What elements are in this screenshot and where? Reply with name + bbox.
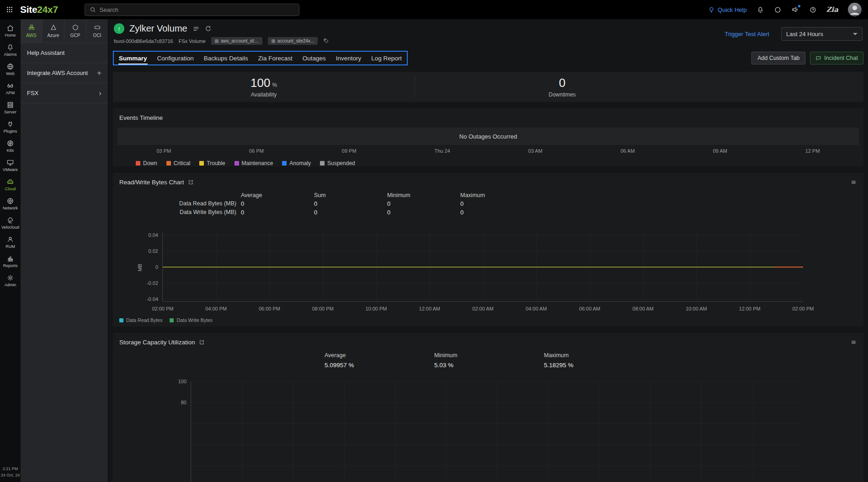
rw-chart-legend: Data Read Bytes Data Write Bytes (119, 317, 863, 327)
tab-log-report[interactable]: Log Report (366, 52, 407, 64)
left-nav-item-velocloud[interactable]: Velocloud (0, 213, 21, 232)
expand-chart-icon[interactable] (188, 179, 194, 185)
x-tick: 10:00 PM (365, 306, 387, 311)
storage-chart-plot[interactable]: 100 80 (191, 381, 803, 482)
legend-swatch (282, 161, 287, 166)
x-tick: 12:00 AM (419, 306, 440, 311)
legend-item-anomaly[interactable]: Anomaly (282, 160, 311, 166)
rw-chart-plot[interactable]: MB 0.04 0.02 0 -0.02 -0.04 02:00 PM 04:0… (162, 232, 803, 302)
rw-table-header: Minimum (383, 192, 456, 198)
legend-item-maintenance[interactable]: Maintenance (234, 160, 273, 166)
site24x7-logo[interactable]: Site24x7 (20, 4, 58, 15)
tag-chip[interactable]: aws_account_id:... (211, 37, 262, 45)
left-nav-item-plugins[interactable]: Plugins (0, 117, 21, 136)
chart-options-icon[interactable] (850, 179, 857, 186)
monitor-list-icon[interactable] (192, 25, 200, 32)
refresh-icon[interactable] (205, 25, 212, 32)
chevron-down-icon (853, 33, 857, 35)
rw-table-header: Sum (309, 192, 383, 198)
left-nav-item-vmware[interactable]: VMware (0, 155, 21, 175)
user-avatar[interactable] (848, 3, 862, 16)
menu-item-integrate-aws-account[interactable]: Integrate AWS Account + (21, 63, 108, 83)
legend-label: Anomaly (289, 160, 311, 166)
apps-grid-icon[interactable] (0, 0, 19, 19)
provider-tab-azure[interactable]: Azure (43, 19, 64, 43)
top-bar: Site24x7 Quick Help Zia (0, 0, 868, 19)
provider-label: Azure (47, 33, 59, 38)
cloud-sidebar: AWS Azure GCP OCI Help Assistant Integra… (21, 19, 108, 482)
left-nav-item-alarms[interactable]: Alarms (0, 40, 21, 59)
x-tick: 04:00 PM (205, 306, 227, 311)
menu-item-fsx[interactable]: FSX › (21, 83, 108, 103)
expand-chart-icon[interactable] (199, 339, 205, 345)
left-nav-item-k8s[interactable]: K8s (0, 136, 21, 155)
trigger-test-alert-link[interactable]: Trigger Test Alert (724, 31, 769, 37)
left-nav-item-web[interactable]: Web (0, 59, 21, 79)
monitor-title: Zylker Volume (129, 23, 187, 34)
provider-label: AWS (26, 33, 36, 38)
menu-item-help-assistant[interactable]: Help Assistant (21, 43, 108, 63)
tag-chip[interactable]: account_site24x... (268, 37, 318, 45)
time-range-dropdown[interactable]: Last 24 Hours (781, 27, 863, 41)
legend-item-critical[interactable]: Critical (166, 160, 191, 166)
menu-item-label: FSX (27, 90, 38, 96)
tab-outages[interactable]: Outages (298, 52, 331, 64)
left-nav-label: Web (6, 72, 14, 76)
timeline-tick: 03 PM (156, 148, 171, 154)
velocloud-icon (6, 216, 14, 224)
add-custom-tab-button[interactable]: Add Custom Tab (751, 52, 805, 64)
legend-swatch (119, 318, 123, 322)
tab-summary[interactable]: Summary (114, 52, 152, 64)
left-nav-item-rum[interactable]: RUM (0, 232, 21, 252)
left-nav-item-server[interactable]: Server (0, 98, 21, 117)
summary-stats-card: 100% Availability 0 Downtimes (113, 72, 863, 102)
left-nav-item-reports[interactable]: Reports (0, 252, 21, 271)
tab-backups-details[interactable]: Backups Details (199, 52, 253, 64)
global-search[interactable] (85, 4, 299, 16)
left-nav-item-cloud[interactable]: Cloud (0, 175, 21, 194)
y-tick: 80 (181, 400, 186, 405)
announcements-megaphone-icon[interactable] (791, 5, 799, 14)
availability-label: Availability (251, 91, 277, 98)
notifications-bell-icon[interactable] (756, 6, 764, 14)
rw-stats-table: Average Sum Minimum Maximum Data Read By… (113, 192, 863, 216)
x-tick: 02:00 PM (792, 306, 814, 311)
legend-item-data-read-bytes[interactable]: Data Read Bytes (119, 317, 162, 323)
left-nav-item-apm[interactable]: APM (0, 79, 21, 98)
user-icon (6, 236, 14, 243)
incident-chat-button[interactable]: Incident Chat (810, 52, 863, 64)
events-timeline-band: No Outages Occurred (117, 128, 859, 145)
plus-icon[interactable]: + (97, 69, 101, 77)
provider-tab-aws[interactable]: AWS (21, 19, 43, 43)
tab-inventory[interactable]: Inventory (331, 52, 367, 64)
chart-options-icon[interactable] (850, 339, 857, 346)
status-ring-icon[interactable] (774, 6, 782, 14)
help-icon[interactable] (809, 6, 817, 14)
left-nav-item-home[interactable]: Home (0, 21, 21, 40)
storage-stat-value: 5.18295 % (544, 362, 654, 369)
tags-icon[interactable] (323, 38, 329, 44)
zia-icon[interactable]: Zia (826, 5, 838, 14)
legend-swatch (320, 161, 325, 166)
provider-tab-gcp[interactable]: GCP (64, 19, 86, 43)
tab-configuration[interactable]: Configuration (152, 52, 199, 64)
y-tick: -0.02 (147, 280, 158, 286)
read-write-bytes-card: Read/Write Bytes Chart Average Sum Minim… (113, 173, 863, 327)
left-nav-label: Server (4, 110, 16, 114)
legend-item-trouble[interactable]: Trouble (199, 160, 225, 166)
x-tick: 06:00 AM (579, 306, 600, 311)
tag-label: aws_account_id:... (221, 38, 259, 43)
search-input[interactable] (100, 6, 294, 13)
quick-help-button[interactable]: Quick Help (708, 6, 747, 13)
legend-item-suspended[interactable]: Suspended (320, 160, 355, 166)
legend-item-down[interactable]: Down (136, 160, 157, 166)
tag-type-icon (272, 39, 275, 43)
legend-item-data-write-bytes[interactable]: Data Write Bytes (170, 317, 213, 323)
provider-tab-oci[interactable]: OCI (86, 19, 108, 43)
availability-stat: 100% Availability (113, 72, 415, 102)
tab-zia-forecast[interactable]: Zia Forecast (253, 52, 298, 64)
timeline-tick: 06 PM (249, 148, 264, 154)
left-nav-item-network[interactable]: Network (0, 194, 21, 213)
timeline-tick: 09 AM (713, 148, 727, 154)
left-nav-item-admin[interactable]: Admin (0, 271, 21, 290)
